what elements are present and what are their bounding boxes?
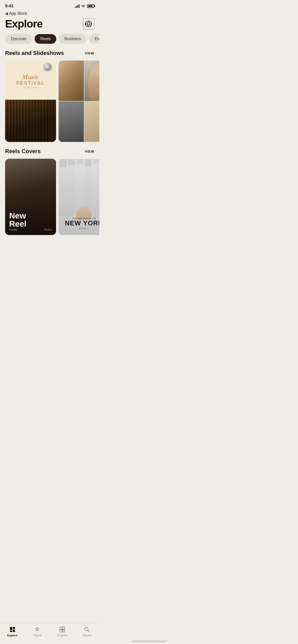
reels-slideshows-section: Reels and Slideshows VIEW Music FESTIVAL…	[0, 50, 99, 148]
header: Explore	[0, 16, 99, 34]
wifi-icon	[81, 4, 86, 8]
fashion-portrait-cell: ♛	[84, 61, 99, 101]
person-silhouette	[5, 100, 56, 142]
festival-text: FESTIVAL	[16, 80, 45, 85]
battery-icon	[87, 4, 94, 8]
cover-card-new-reel[interactable]: New Reel Monday Routine	[5, 159, 56, 235]
disco-ball-icon	[44, 63, 51, 71]
ny-title: NEW YORK	[65, 220, 99, 226]
filter-tabs: Discover Reels Business Events	[0, 34, 99, 50]
festival-date: 26 SET 2022	[16, 86, 45, 89]
reels-section-header: Reels and Slideshows VIEW	[0, 50, 99, 61]
reels-section-title: Reels and Slideshows	[5, 50, 64, 56]
ny-text-wrapper: THREE DAYS IN NEW YORK CITY ↓	[65, 217, 99, 231]
covers-view-link[interactable]: VIEW	[85, 150, 94, 153]
music-festival-top: Music FESTIVAL 26 SET 2022	[5, 61, 56, 100]
tab-reels[interactable]: Reels	[35, 34, 56, 44]
back-nav[interactable]: ◀ App Store	[0, 11, 99, 16]
tab-discover[interactable]: Discover	[5, 34, 32, 44]
status-bar: 9:41	[0, 0, 99, 11]
new-reel-text: New Reel	[9, 212, 52, 228]
fashion-fabric-cell	[84, 101, 99, 142]
reels-cards-row: Music FESTIVAL 26 SET 2022	[0, 61, 99, 142]
reel-card-music-festival[interactable]: Music FESTIVAL 26 SET 2022	[5, 61, 56, 142]
fashion-shoes-cell	[59, 61, 84, 101]
reels-covers-section: Reels Covers VIEW New Reel Monday Routin…	[0, 148, 99, 241]
settings-button[interactable]	[83, 18, 94, 30]
fashion-shadow-cell	[59, 101, 84, 142]
status-icons	[75, 4, 94, 8]
tab-business[interactable]: Business	[59, 34, 87, 44]
covers-section-title: Reels Covers	[5, 148, 40, 155]
cover-card-new-york[interactable]: THREE DAYS IN NEW YORK CITY ↓	[59, 159, 99, 235]
svg-point-2	[87, 23, 90, 25]
new-reel-subtitle: Monday Routine	[9, 228, 52, 231]
back-arrow-icon: ◀	[5, 11, 8, 16]
page-title: Explore	[5, 18, 43, 30]
shadow-stripes	[5, 100, 56, 142]
music-text: Music	[16, 74, 45, 80]
reels-view-link[interactable]: VIEW	[85, 51, 94, 55]
music-festival-bottom	[5, 100, 56, 142]
covers-section-header: Reels Covers VIEW	[0, 148, 99, 159]
back-label: App Store	[9, 11, 27, 16]
tab-events[interactable]: Events	[89, 34, 99, 44]
reel-card-fashion[interactable]: ♛	[59, 61, 99, 142]
status-time: 9:41	[5, 4, 13, 9]
covers-cards-row: New Reel Monday Routine	[0, 159, 99, 235]
ny-city: CITY ↓	[65, 227, 99, 230]
gear-icon	[85, 20, 93, 28]
signal-icon	[75, 4, 79, 8]
